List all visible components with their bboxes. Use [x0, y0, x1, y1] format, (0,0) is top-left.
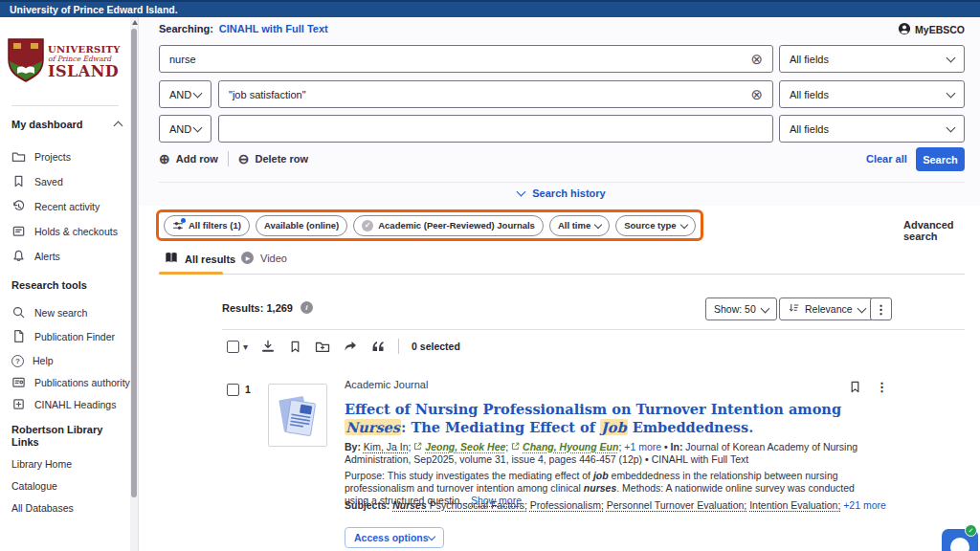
search-term-1: nurse — [169, 54, 196, 65]
add-to-folder-icon[interactable] — [315, 339, 330, 354]
available-online-button[interactable]: Available (online) — [256, 215, 347, 236]
sidebar-item-recent-activity[interactable]: Recent activity — [11, 196, 131, 217]
sidebar-link-catalogue[interactable]: Catalogue — [11, 480, 57, 492]
result-thumbnail[interactable] — [268, 384, 327, 447]
cite-icon[interactable] — [370, 340, 386, 353]
divider — [222, 329, 965, 330]
result-title-link[interactable]: Effect of Nursing Professionalism on Tur… — [345, 400, 873, 436]
search-button[interactable]: Search — [916, 147, 965, 171]
search-input-row2[interactable]: "job satisfaction" ⊗ — [218, 80, 773, 108]
institution-banner: University of Prince Edward Island. — [0, 0, 980, 17]
sidebar-link-all-databases[interactable]: All Databases — [11, 502, 74, 514]
source-type-dropdown[interactable]: Source type — [615, 215, 695, 236]
sidebar-item-alerts[interactable]: Alerts — [11, 246, 131, 267]
info-icon[interactable]: i — [301, 301, 313, 314]
author-link[interactable]: Jeong, Seok Hee — [425, 441, 505, 452]
sidebar-scrollbar-thumb[interactable] — [131, 29, 137, 497]
sidebar-item-projects[interactable]: Projects — [11, 146, 131, 167]
document-icon — [11, 329, 26, 345]
divider — [228, 151, 229, 166]
chevron-down-icon — [679, 220, 687, 228]
chevron-down-icon — [193, 122, 203, 132]
chat-arch-shape — [950, 538, 969, 551]
sidebar-item-new-search[interactable]: New search — [11, 302, 131, 323]
add-row-button[interactable]: ⊕ Add row — [159, 152, 218, 165]
bell-icon — [11, 249, 26, 265]
author-link[interactable]: Chang, Hyoung Eun — [523, 441, 618, 452]
sidebar-item-publication-finder[interactable]: Publication Finder — [11, 326, 131, 347]
tab-all-results[interactable]: All results — [165, 252, 235, 266]
author-link[interactable]: Kim, Ja In — [364, 441, 409, 452]
all-filters-button[interactable]: All filters (1) — [164, 215, 250, 236]
clear-input-icon[interactable]: ⊗ — [750, 87, 763, 101]
all-time-dropdown[interactable]: All time — [549, 215, 610, 236]
sidebar-section-my-dashboard[interactable]: My dashboard — [11, 119, 122, 130]
subject-link[interactable]: Intention Evaluation; — [749, 499, 840, 511]
upei-wordmark: UNIVERSITY of Prince Edward ISLAND — [48, 45, 121, 79]
subject-link[interactable]: Personnel Turnover Evaluation; — [607, 499, 747, 511]
field-select-row1[interactable]: All fields — [779, 45, 965, 73]
tab-video[interactable]: ▶ Video — [241, 252, 287, 264]
field-select-row3[interactable]: All fields — [779, 115, 965, 143]
search-term-2: "job satisfaction" — [229, 89, 306, 100]
sidebar-link-library-home[interactable]: Library Home — [11, 458, 72, 470]
subject-link[interactable]: Nurses Psychosocial Factors; — [392, 499, 527, 511]
sort-dropdown[interactable]: Relevance — [779, 298, 874, 320]
boolean-select-row3[interactable]: AND — [159, 115, 212, 143]
search-history-toggle[interactable]: Search history — [159, 187, 965, 199]
sidebar-item-holds-checkouts[interactable]: Holds & checkouts — [11, 221, 131, 242]
database-link[interactable]: CINAHL with Full Text — [219, 23, 328, 34]
select-all-checkbox[interactable] — [227, 341, 239, 353]
chevron-down-icon — [517, 187, 526, 197]
search-input-row3[interactable] — [218, 115, 773, 143]
peer-reviewed-filter-button[interactable]: ✓ Academic (Peer-Reviewed) Journals — [353, 215, 544, 236]
more-authors-link[interactable]: +1 more — [624, 441, 661, 452]
clear-all-button[interactable]: Clear all — [866, 153, 907, 165]
field-select-row2[interactable]: All fields — [779, 80, 965, 108]
advanced-search-link[interactable]: Advanced search — [903, 219, 980, 242]
select-caret-icon[interactable]: ▾ — [243, 342, 248, 352]
sidebar-item-saved[interactable]: Saved — [11, 171, 131, 192]
upei-logo[interactable]: UNIVERSITY of Prince Edward ISLAND — [8, 38, 121, 86]
scrollbar-up-arrow[interactable] — [132, 20, 138, 25]
chevron-down-icon — [428, 533, 435, 540]
projects-icon — [11, 149, 26, 165]
chevron-down-icon — [947, 122, 956, 132]
clear-input-icon[interactable]: ⊗ — [750, 52, 763, 66]
tab-border — [159, 274, 965, 275]
results-options-kebab[interactable]: ⋮ — [870, 298, 892, 320]
download-icon[interactable] — [260, 339, 276, 354]
filters-icon — [172, 220, 184, 231]
boolean-select-row2[interactable]: AND — [159, 80, 212, 108]
divider — [159, 182, 965, 183]
bookmark-icon[interactable] — [848, 380, 862, 398]
kebab-icon[interactable]: ⋮ — [876, 380, 888, 394]
myebsco-button[interactable]: MyEBSCO — [898, 22, 965, 37]
check-circle-icon: ✓ — [362, 220, 373, 231]
access-options-button[interactable]: Access options — [345, 527, 444, 548]
delete-row-button[interactable]: ⊖ Delete row — [238, 152, 308, 165]
sidebar-section-library-links: Robertson Library Links — [11, 424, 112, 449]
bulk-actions-toolbar: ▾ 0 selected — [227, 337, 460, 356]
result-checkbox[interactable] — [227, 384, 239, 396]
sidebar-item-cinahl-headings[interactable]: CINAHL Headings — [11, 394, 131, 415]
bookmark-icon[interactable] — [288, 340, 302, 354]
help-icon: ? — [11, 355, 24, 367]
chevron-down-icon — [193, 88, 203, 98]
sidebar-item-help[interactable]: ? Help — [11, 350, 131, 371]
filter-bar-highlight: All filters (1) Available (online) ✓ Aca… — [156, 209, 703, 241]
result-number: 1 — [245, 384, 251, 395]
more-subjects-link[interactable]: +21 more — [843, 499, 886, 511]
subject-link[interactable]: Professionalism; — [530, 499, 604, 511]
result-byline: By: Kim, Ja In; Jeong, Seok Hee; Chang, … — [345, 441, 886, 466]
institution-name: University of Prince Edward Island. — [10, 4, 178, 15]
sidebar-divider — [11, 105, 119, 106]
sidebar-item-publications-authority[interactable]: Publications authority — [11, 372, 131, 393]
search-input-row1[interactable]: nurse ⊗ — [159, 45, 773, 73]
search-icon — [11, 305, 26, 321]
share-icon[interactable] — [343, 339, 358, 354]
show-per-page-dropdown[interactable]: Show: 50 — [705, 298, 777, 320]
chevron-down-icon — [947, 88, 956, 98]
holds-icon — [11, 224, 26, 240]
book-icon — [165, 252, 178, 266]
